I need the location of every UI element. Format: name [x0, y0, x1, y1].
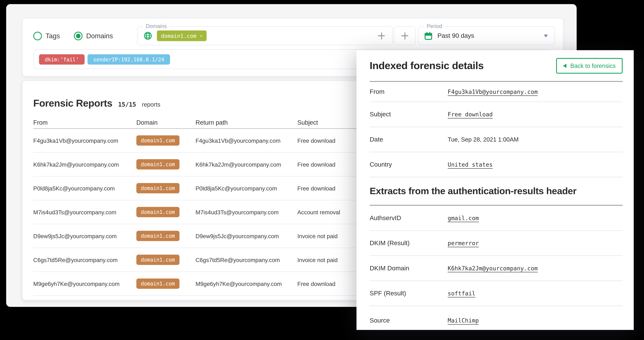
domains-field[interactable]: Domains domain1.com × — [137, 26, 392, 45]
chevron-down-icon — [544, 34, 548, 37]
detail-label: Date — [370, 136, 448, 143]
back-to-forensics-button[interactable]: Back to forensics — [556, 58, 623, 73]
report-count-label: reports — [142, 101, 160, 108]
detail-label: AuthservID — [370, 214, 448, 222]
cell-return-path: K6hk7ka2Jm@yourcompany.com — [196, 161, 297, 168]
detail-label: DKIM (Result) — [370, 239, 448, 247]
domain-badge: domain1.com — [136, 207, 179, 217]
detail-row-date: Date Tue, Sep 28, 2021 1:00AM — [370, 127, 623, 152]
cell-return-path: F4gu3ka1Vb@yourcompany.com — [196, 137, 297, 144]
column-header-return-path: Return path — [196, 119, 297, 126]
domains-field-label: Domains — [144, 23, 170, 30]
detail-value-link[interactable]: MailChimp — [448, 317, 479, 324]
forensic-details-panel: Indexed forensic details Back to forensi… — [356, 50, 634, 330]
cell-from: C6gs7td5Re@yourcompany.com — [33, 257, 136, 263]
radio-tags-label: Tags — [46, 32, 60, 40]
details-header: Indexed forensic details Back to forensi… — [370, 50, 623, 82]
detail-label: DKIM Domain — [370, 265, 448, 272]
auth-results-section-title: Extracts from the authentication-results… — [370, 177, 623, 206]
auth-row-spf-result: SPF (Result) softfail — [370, 281, 623, 306]
add-filter-button[interactable] — [394, 26, 416, 45]
back-button-label: Back to forensics — [570, 62, 616, 69]
detail-label: Source — [370, 317, 448, 324]
auth-row-dkim-domain: DKIM Domain K6hk7ka2Jm@yourcompany.com — [370, 256, 623, 281]
detail-value: Tue, Sep 28, 2021 1:00AM — [448, 136, 519, 143]
domain-badge: domain1.com — [136, 231, 179, 241]
query-chip-senderip[interactable]: senderIP:192.168.0.1/24 — [88, 54, 170, 64]
globe-icon — [144, 31, 152, 40]
detail-value-link[interactable]: permerror — [448, 240, 479, 246]
domain-badge: domain1.com — [136, 183, 179, 193]
page-title: Forensic Reports — [33, 98, 112, 109]
query-chip-dkim[interactable]: dkim:’fail’ — [39, 54, 85, 64]
detail-value-link[interactable]: softfail — [448, 290, 475, 297]
cell-return-path: P0ld8ja5Kc@yourcompany.com — [196, 185, 297, 192]
screenshot-stage: Tags Domains Domains — [0, 0, 644, 340]
domain-badge: domain1.com — [136, 159, 179, 169]
report-type-radio-group: Tags Domains — [33, 30, 113, 42]
report-count: 15/15 — [118, 101, 136, 108]
cell-return-path: C6gs7td5Re@yourcompany.com — [196, 257, 297, 263]
detail-row-country: Country United states — [370, 152, 623, 177]
cell-from: K6hk7ka2Jm@yourcompany.com — [33, 161, 136, 168]
period-field-label: Period — [424, 23, 445, 30]
domain-badge: domain1.com — [136, 135, 179, 145]
cell-return-path: D9ew9js5Jc@yourcompany.com — [196, 233, 297, 239]
report-header: Forensic Reports 15/15 reports — [33, 98, 160, 109]
period-value: Past 90 days — [438, 32, 474, 39]
detail-label: Country — [370, 161, 448, 168]
cell-from: M9ge6yh7Ke@yourcompany.com — [33, 280, 136, 287]
column-header-from: From — [33, 119, 136, 126]
radio-option-domains[interactable]: Domains — [74, 30, 113, 42]
detail-value-link[interactable]: K6hk7ka2Jm@yourcompany.com — [448, 265, 538, 271]
detail-value-link[interactable]: gmail.com — [448, 215, 479, 221]
detail-value-link[interactable]: Free download — [448, 111, 492, 117]
detail-label: SPF (Result) — [370, 290, 448, 297]
auth-row-authservid: AuthservID gmail.com — [370, 206, 623, 231]
detail-value-link[interactable]: F4gu3ka1Vb@yourcompany.com — [448, 88, 538, 95]
calendar-icon — [424, 31, 432, 40]
cell-return-path: M7is4ud3Ts@yourcompany.com — [196, 209, 297, 215]
detail-row-from: From F4gu3ka1Vb@yourcompany.com — [370, 82, 623, 102]
x-icon[interactable]: × — [200, 33, 202, 39]
cell-from: D9ew9js5Jc@yourcompany.com — [33, 233, 136, 239]
detail-label: Subject — [370, 111, 448, 118]
details-title: Indexed forensic details — [370, 60, 484, 71]
domain-chip[interactable]: domain1.com × — [157, 30, 207, 41]
radio-tags-circle[interactable] — [33, 31, 42, 40]
plus-icon[interactable] — [378, 32, 385, 39]
domain-badge: domain1.com — [136, 255, 179, 265]
cell-return-path: M9ge6yh7Ke@yourcompany.com — [196, 280, 297, 287]
radio-domains-circle[interactable] — [74, 31, 82, 40]
auth-row-dkim-result: DKIM (Result) permerror — [370, 231, 623, 256]
plus-icon — [401, 32, 408, 39]
detail-value-link[interactable]: United states — [448, 161, 492, 168]
domain-chip-text: domain1.com — [161, 33, 196, 39]
column-header-domain: Domain — [136, 119, 196, 126]
auth-row-source: Source MailChimp — [370, 306, 623, 335]
cell-from: P0ld8ja5Kc@yourcompany.com — [33, 185, 136, 192]
cell-from: M7is4ud3Ts@yourcompany.com — [33, 209, 136, 215]
period-select[interactable]: Period Past 90 days — [418, 26, 555, 45]
triangle-left-icon — [563, 64, 566, 68]
radio-domains-label: Domains — [86, 32, 113, 40]
domain-badge: domain1.com — [136, 278, 179, 289]
radio-option-tags[interactable]: Tags — [33, 30, 60, 42]
detail-label: From — [370, 88, 448, 95]
detail-row-subject: Subject Free download — [370, 102, 623, 127]
cell-from: F4gu3ka1Vb@yourcompany.com — [33, 137, 136, 144]
